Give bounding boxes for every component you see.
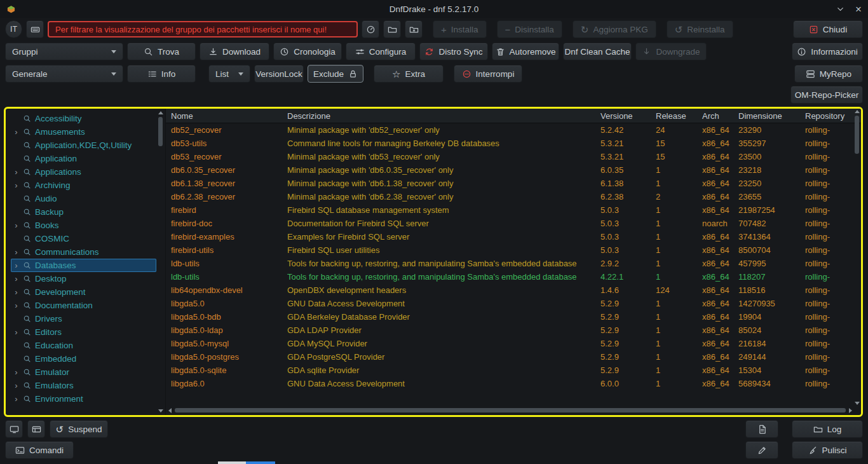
package-row[interactable]: libgda6.0 GNU Data Access Development 6.…	[166, 377, 861, 390]
group-tree-item[interactable]: › Archiving	[11, 179, 156, 192]
column-header-arch[interactable]: Arch	[697, 111, 733, 121]
tree-expander-icon[interactable]: ›	[13, 127, 19, 137]
group-tree-item[interactable]: › Databases	[11, 259, 156, 272]
group-tree-item[interactable]: › Editors	[11, 325, 156, 339]
window-menu-chevron-icon[interactable]	[836, 4, 845, 14]
edit-button[interactable]	[745, 441, 778, 459]
history-button[interactable]: Cronologia	[273, 43, 342, 60]
gauge-button[interactable]	[362, 20, 379, 38]
panel-button[interactable]	[27, 420, 45, 438]
group-tree-item[interactable]: › Documentation	[11, 299, 156, 312]
scroll-left-icon[interactable]	[168, 408, 172, 413]
display-button[interactable]	[5, 420, 23, 438]
group-tree-item[interactable]: › Audio	[11, 192, 156, 205]
column-header-versione[interactable]: Versione	[595, 111, 651, 121]
tree-scrollbar[interactable]	[158, 111, 163, 413]
scroll-down-icon[interactable]	[855, 402, 860, 405]
language-button[interactable]: IT	[5, 20, 22, 38]
clean-cache-button[interactable]: Dnf Clean Cache	[563, 43, 632, 60]
tree-expander-icon[interactable]: ›	[13, 274, 19, 283]
table-horizontal-scrollbar[interactable]	[168, 407, 852, 414]
tree-expander-icon[interactable]: ›	[13, 181, 19, 190]
group-tree-item[interactable]: › Emulators	[11, 379, 156, 392]
group-tree-item[interactable]: › Accessibility	[11, 112, 156, 125]
package-row[interactable]: ldb-utils Tools for backing up, restorin…	[166, 257, 861, 270]
package-row[interactable]: db53_recover Minimal package with 'db53_…	[166, 150, 861, 163]
clean-button[interactable]: Pulisci	[792, 441, 863, 459]
group-tree-item[interactable]: › Education	[11, 339, 156, 352]
scroll-down-icon[interactable]	[158, 409, 163, 413]
column-header-descrizione[interactable]: Descrizione	[282, 111, 595, 121]
group-tree-item[interactable]: › Books	[11, 219, 156, 232]
om-repo-picker-button[interactable]: OM-Repo-Picker	[790, 86, 863, 104]
versionlock-button[interactable]: VersionLock	[254, 65, 304, 83]
view-mode-select[interactable]: List	[208, 65, 250, 83]
column-header-release[interactable]: Release	[651, 111, 697, 121]
information-button[interactable]: Informazioni	[792, 43, 863, 60]
group-tree-item[interactable]: › Environment	[11, 392, 156, 406]
package-row[interactable]: db52_recover Minimal package with 'db52_…	[166, 123, 861, 137]
group-tree-item[interactable]: › Application	[11, 152, 156, 165]
scroll-up-icon[interactable]	[158, 111, 163, 114]
scroll-up-icon[interactable]	[855, 110, 860, 113]
tree-expander-icon[interactable]: ›	[13, 381, 19, 390]
tree-expander-icon[interactable]: ›	[13, 394, 19, 404]
group-tree-item[interactable]: › Desktop	[11, 272, 156, 285]
keyboard-button[interactable]	[26, 20, 44, 38]
tree-expander-icon[interactable]: ›	[13, 221, 19, 230]
group-tree-item[interactable]: › Drivers	[11, 312, 156, 325]
package-row[interactable]: db6.0.35_recover Minimal package with 'd…	[166, 163, 861, 177]
tree-expander-icon[interactable]: ›	[13, 301, 19, 310]
table-vscrollbar-thumb[interactable]	[855, 116, 859, 154]
package-row[interactable]: firebird Firebird SQL database managemen…	[166, 203, 861, 217]
tree-expander-icon[interactable]: ›	[13, 261, 19, 270]
general-select[interactable]: Generale	[5, 65, 123, 83]
tree-expander-icon[interactable]: ›	[13, 327, 19, 337]
package-row[interactable]: libgda5.0-bdb GDA Berkeley Database Prov…	[166, 310, 861, 324]
close-app-button[interactable]: Chiudi	[793, 20, 863, 38]
extra-button[interactable]: ☆ Extra	[374, 65, 444, 83]
package-row[interactable]: firebird-doc Documentation for Firebird …	[166, 217, 861, 230]
column-header-repository[interactable]: Repository	[800, 111, 861, 121]
package-row[interactable]: libgda5.0 GNU Data Access Development 5.…	[166, 297, 861, 310]
package-row[interactable]: firebird-examples Examples for Firebird …	[166, 230, 861, 243]
groups-select[interactable]: Gruppi	[5, 43, 123, 60]
group-tree-item[interactable]: › Backup	[11, 205, 156, 219]
folder-new-button[interactable]	[405, 20, 423, 38]
info-button[interactable]: Info	[127, 65, 196, 83]
table-hscrollbar-thumb[interactable]	[175, 408, 846, 413]
group-tree-item[interactable]: › Development	[11, 285, 156, 299]
commands-button[interactable]: Comandi	[5, 441, 74, 459]
tree-expander-icon[interactable]: ›	[13, 367, 19, 377]
group-tree-item[interactable]: › Amusements	[11, 125, 156, 139]
package-row[interactable]: libgda5.0-ldap GDA LDAP Provider 5.2.9 1…	[166, 324, 861, 337]
autoremove-button[interactable]: Autoremove	[492, 43, 559, 60]
package-row[interactable]: db6.1.38_recover Minimal package with 'd…	[166, 177, 861, 190]
myrepo-button[interactable]: MyRepo	[794, 65, 863, 83]
interrupt-button[interactable]: Interrompi	[454, 65, 522, 83]
table-vertical-scrollbar[interactable]	[854, 110, 860, 405]
exclude-button[interactable]: Exclude	[308, 65, 363, 83]
package-row[interactable]: lib64opendbx-devel OpenDBX development h…	[166, 283, 861, 297]
package-row[interactable]: db6.2.38_recover Minimal package with 'd…	[166, 190, 861, 203]
log-button[interactable]: Log	[792, 420, 863, 438]
window-close-icon[interactable]: ×	[855, 4, 862, 15]
group-tree-item[interactable]: › Embedded	[11, 352, 156, 365]
download-button[interactable]: Download	[200, 43, 269, 60]
package-row[interactable]: libgda5.0-postgres GDA PostgreSQL Provid…	[166, 350, 861, 364]
tree-scrollbar-thumb[interactable]	[158, 117, 163, 146]
column-header-dimensione[interactable]: Dimensione	[733, 111, 800, 121]
package-row[interactable]: libgda5.0-mysql GDA MySQL Provider 5.2.9…	[166, 337, 861, 350]
tree-expander-icon[interactable]: ›	[13, 287, 19, 297]
column-header-nome[interactable]: Nome	[166, 111, 282, 121]
folder-button[interactable]	[383, 20, 401, 38]
group-tree-item[interactable]: › Emulator	[11, 365, 156, 379]
package-row[interactable]: ldb-utils Tools for backing up, restorin…	[166, 270, 861, 283]
group-tree-item[interactable]: › COSMIC	[11, 232, 156, 245]
group-tree-item[interactable]: › Application,KDE,Qt,Utility	[11, 139, 156, 152]
group-tree-item[interactable]: › Applications	[11, 165, 156, 179]
package-row[interactable]: firebird-utils Firebird SQL user utiliti…	[166, 243, 861, 257]
scroll-right-icon[interactable]	[849, 408, 852, 413]
tree-expander-icon[interactable]: ›	[13, 247, 19, 257]
tree-expander-icon[interactable]: ›	[13, 167, 19, 177]
